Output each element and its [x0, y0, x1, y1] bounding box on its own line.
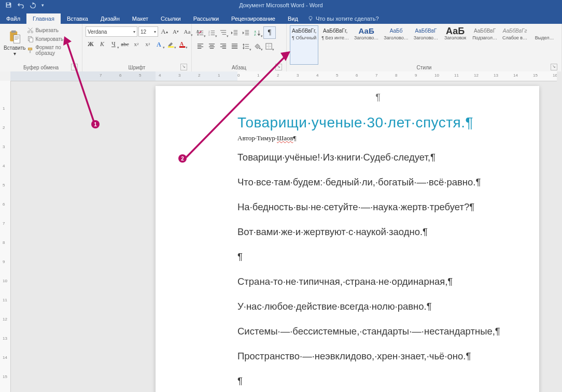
borders-button[interactable]: [263, 41, 274, 51]
bullets-button[interactable]: [195, 27, 205, 38]
align-right-button[interactable]: [218, 41, 228, 51]
style-tile[interactable]: АаБбВвГгСлабое в…: [500, 25, 529, 65]
style-name: ¶ Обычный: [292, 35, 316, 40]
tab-file[interactable]: Файл: [0, 13, 26, 24]
document-line[interactable]: На·бедность·вы·не·сетуйте·—·наука·жертв·…: [237, 201, 518, 213]
document-line[interactable]: Страна-то·не·типичная,·страна·не·ординар…: [237, 276, 518, 287]
outdent-button[interactable]: [229, 27, 240, 38]
highlight-button[interactable]: [165, 39, 176, 49]
group-font: Verdana 12 A▴ A▾ Aa A Ж К Ч abc x2 x2 A …: [82, 24, 192, 71]
superscript-button[interactable]: x2: [143, 39, 153, 49]
subscript-button[interactable]: x2: [131, 39, 142, 49]
numbering-button[interactable]: 123: [206, 27, 217, 38]
svg-point-7: [31, 31, 33, 33]
svg-point-6: [28, 31, 30, 33]
svg-rect-4: [11, 31, 16, 33]
document-line[interactable]: ¶: [237, 251, 518, 263]
numbering-icon: 123: [208, 29, 216, 37]
sort-icon: AZ: [254, 29, 261, 37]
document-line[interactable]: Что·все·там·будем:·бедный·ли,·богатый·—·…: [237, 177, 518, 188]
line-spacing-button[interactable]: [241, 41, 251, 51]
text-effects-button[interactable]: A: [154, 39, 164, 49]
style-tile[interactable]: АаБЗаголовок: [441, 25, 469, 65]
workspace: 7654321012345678910111213141516 12345678…: [0, 71, 562, 392]
align-left-button[interactable]: [195, 41, 205, 51]
style-name: Заголовок: [443, 35, 467, 40]
borders-icon: [265, 42, 273, 50]
font-name-select[interactable]: Verdana: [86, 26, 137, 37]
tab-insert[interactable]: Вставка: [61, 13, 94, 24]
tab-view[interactable]: Вид: [282, 13, 304, 24]
paste-button[interactable]: Вставить▾: [3, 25, 26, 61]
style-preview: АаБбВвГг,: [292, 27, 316, 35]
document-line[interactable]: Вот·вами·же·и·жертвуют·с·наукой·заодно.¶: [237, 226, 518, 238]
grow-font-button[interactable]: A▴: [159, 26, 170, 37]
vertical-ruler[interactable]: 12345678910111213141516: [0, 81, 11, 392]
document-page[interactable]: ¶ Товарищи·ученые·30·лет·спустя.¶ Автор·…: [156, 86, 539, 392]
underline-button[interactable]: Ч: [108, 39, 119, 49]
outdent-icon: [231, 29, 238, 37]
font-color-icon: A: [178, 40, 186, 48]
style-tile[interactable]: АаБбВвГЗаголово…: [412, 25, 440, 65]
copy-button[interactable]: Копировать: [26, 35, 79, 43]
format-painter-button[interactable]: Формат по образцу: [26, 44, 79, 56]
cut-button[interactable]: Вырезать: [26, 26, 79, 34]
horizontal-ruler[interactable]: 7654321012345678910111213141516: [10, 71, 557, 81]
document-line[interactable]: Системы·—·бессистемные,·стандарты·—·нест…: [237, 326, 518, 337]
bold-button[interactable]: Ж: [86, 39, 96, 49]
document-body[interactable]: ¶ Товарищи·ученые·30·лет·спустя.¶ Автор·…: [237, 92, 518, 392]
document-line[interactable]: Товарищи·учёные!·Из·книги·Судеб·следует,…: [237, 152, 518, 163]
italic-button[interactable]: К: [97, 39, 107, 49]
document-title[interactable]: Товарищи·ученые·30·лет·спустя.¶: [237, 114, 518, 131]
justify-button[interactable]: [229, 41, 240, 51]
dialog-launcher-icon[interactable]: ↘: [71, 64, 78, 70]
style-name: ¶ Без инте…: [321, 35, 349, 40]
group-label: Стили↘: [290, 65, 558, 71]
document-line[interactable]: У·нас·любое·действие·всегда·нолю·равно.¶: [237, 301, 518, 312]
style-tile[interactable]: АаБбВвГг,¶ Обычный: [290, 25, 318, 65]
align-center-button[interactable]: [206, 41, 217, 51]
tab-layout[interactable]: Макет: [126, 13, 154, 24]
paste-icon: [7, 30, 22, 44]
indent-button[interactable]: [241, 27, 251, 38]
svg-text:A: A: [156, 41, 161, 48]
style-tile[interactable]: АаБбВвГПодзагол…: [470, 25, 499, 65]
document-line[interactable]: Пространство·—·неэвклидово,·хрен·знает,·…: [237, 351, 518, 362]
svg-text:A: A: [179, 41, 184, 47]
multilevel-icon: [219, 29, 227, 37]
tab-design[interactable]: Дизайн: [94, 13, 126, 24]
style-tile[interactable]: АаБЗаголово…: [352, 25, 381, 65]
style-name: Выдел…: [532, 35, 556, 40]
shrink-font-button[interactable]: A▾: [171, 26, 181, 37]
font-color-button[interactable]: A: [177, 39, 187, 49]
sort-button[interactable]: AZ: [252, 27, 262, 38]
dialog-launcher-icon[interactable]: ↘: [180, 64, 187, 70]
tab-review[interactable]: Рецензирование: [225, 13, 282, 24]
dialog-launcher-icon[interactable]: ↘: [551, 64, 557, 70]
document-line[interactable]: ¶: [237, 375, 518, 387]
shading-button[interactable]: [252, 41, 262, 51]
author-line[interactable]: Автор·Тимур·Шаов¶: [237, 134, 518, 142]
tab-home[interactable]: Главная: [26, 13, 61, 24]
style-preview: [532, 27, 556, 35]
window-title: Документ Microsoft Word - Word: [0, 2, 562, 8]
svg-rect-5: [13, 35, 20, 43]
tab-mailings[interactable]: Рассылки: [187, 13, 225, 24]
tab-references[interactable]: Ссылки: [154, 13, 187, 24]
style-name: Заголово…: [414, 35, 438, 40]
svg-point-17: [197, 30, 198, 31]
svg-text:Z: Z: [254, 33, 256, 36]
style-tile[interactable]: Выдел…: [530, 25, 558, 65]
svg-rect-14: [167, 46, 173, 48]
multilevel-button[interactable]: [218, 27, 228, 38]
style-name: Заголово…: [354, 35, 378, 40]
style-tile[interactable]: АаБбВвГг,¶ Без инте…: [319, 25, 351, 65]
style-tile[interactable]: АаБбЗаголово…: [382, 25, 410, 65]
dialog-launcher-icon[interactable]: ↘: [275, 64, 282, 70]
tell-me[interactable]: Что вы хотите сделать?: [304, 13, 382, 24]
font-size-select[interactable]: 12: [138, 26, 158, 37]
show-hide-pilcrow-button[interactable]: ¶: [263, 26, 276, 39]
change-case-button[interactable]: Aa: [182, 26, 192, 37]
style-preview: АаБ: [354, 27, 378, 35]
strike-button[interactable]: abc: [120, 39, 130, 49]
